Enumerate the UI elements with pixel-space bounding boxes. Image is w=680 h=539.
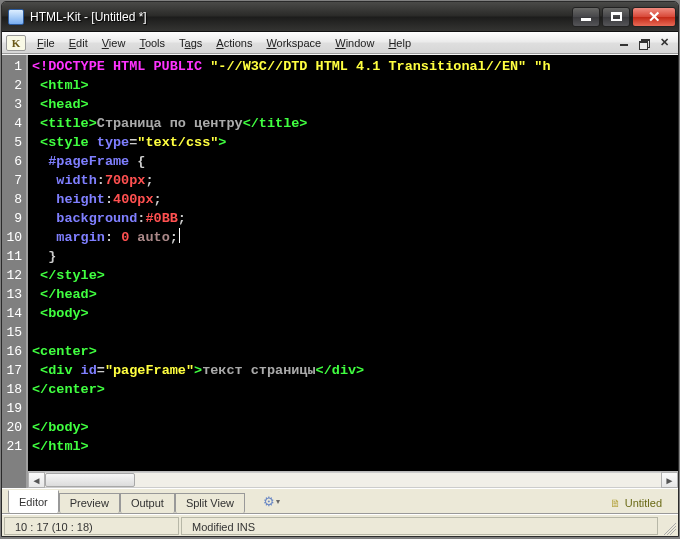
tab-output[interactable]: Output xyxy=(120,493,175,513)
menu-tags[interactable]: Tags xyxy=(172,34,209,52)
line-number: 17 xyxy=(2,361,26,380)
line-number: 7 xyxy=(2,171,26,190)
mdi-minimize-button[interactable] xyxy=(614,35,634,51)
line-number: 20 xyxy=(2,418,26,437)
line-number: 9 xyxy=(2,209,26,228)
scroll-left-button[interactable]: ◄ xyxy=(28,472,45,488)
close-button[interactable]: ✕ xyxy=(632,7,676,27)
mdi-restore-button[interactable] xyxy=(634,35,654,51)
titlebar[interactable]: HTML-Kit - [Untitled *] ✕ xyxy=(2,2,678,32)
scroll-track[interactable] xyxy=(45,472,661,488)
app-menu-icon[interactable]: K xyxy=(6,35,26,51)
editor-area: 1 2 3 4 5 6 7 8 9 10 11 12 13 14 15 16 1… xyxy=(2,54,678,488)
menu-edit[interactable]: Edit xyxy=(62,34,95,52)
text-caret xyxy=(179,228,180,243)
menu-view[interactable]: View xyxy=(95,34,133,52)
tab-options-button[interactable]: ⚙ ▾ xyxy=(263,494,280,509)
minimize-button[interactable] xyxy=(572,7,600,27)
line-number: 2 xyxy=(2,76,26,95)
line-number: 16 xyxy=(2,342,26,361)
view-tabbar: Editor Preview Output Split View ⚙ ▾ 🗎 U… xyxy=(2,488,678,514)
line-number-gutter: 1 2 3 4 5 6 7 8 9 10 11 12 13 14 15 16 1… xyxy=(2,55,28,488)
line-number: 18 xyxy=(2,380,26,399)
menu-tools[interactable]: Tools xyxy=(132,34,172,52)
window-title: HTML-Kit - [Untitled *] xyxy=(30,10,147,24)
menubar: K File Edit View Tools Tags Actions Work… xyxy=(2,32,678,54)
status-mode: Modified INS xyxy=(181,517,658,535)
line-number: 10 xyxy=(2,228,26,247)
line-number: 14 xyxy=(2,304,26,323)
app-window: HTML-Kit - [Untitled *] ✕ K File Edit Vi… xyxy=(1,1,679,537)
window-controls: ✕ xyxy=(572,7,676,27)
scroll-thumb[interactable] xyxy=(45,473,135,487)
menu-file[interactable]: File xyxy=(30,34,62,52)
menu-workspace[interactable]: Workspace xyxy=(259,34,328,52)
app-icon xyxy=(8,9,24,25)
document-name: Untitled xyxy=(625,497,662,509)
line-number: 3 xyxy=(2,95,26,114)
maximize-button[interactable] xyxy=(602,7,630,27)
resize-grip-icon[interactable] xyxy=(660,519,676,535)
line-number: 11 xyxy=(2,247,26,266)
line-number: 6 xyxy=(2,152,26,171)
tab-preview[interactable]: Preview xyxy=(59,493,120,513)
horizontal-scrollbar[interactable]: ◄ ► xyxy=(28,471,678,488)
mdi-close-button[interactable]: ✕ xyxy=(654,35,674,51)
line-number: 5 xyxy=(2,133,26,152)
line-number: 8 xyxy=(2,190,26,209)
menu-window[interactable]: Window xyxy=(328,34,381,52)
document-icon: 🗎 xyxy=(610,497,621,509)
chevron-down-icon: ▾ xyxy=(276,497,280,506)
line-number: 12 xyxy=(2,266,26,285)
gear-icon: ⚙ xyxy=(263,494,275,509)
line-number: 1 xyxy=(2,57,26,76)
status-cursor-pos: 10 : 17 (10 : 18) xyxy=(4,517,179,535)
line-number: 13 xyxy=(2,285,26,304)
menu-actions[interactable]: Actions xyxy=(209,34,259,52)
document-tag[interactable]: 🗎 Untitled xyxy=(610,497,662,509)
tab-editor[interactable]: Editor xyxy=(8,490,59,513)
tab-split-view[interactable]: Split View xyxy=(175,493,245,513)
code-editor[interactable]: <!DOCTYPE HTML PUBLIC "-//W3C//DTD HTML … xyxy=(28,55,678,471)
code-editor-wrap: <!DOCTYPE HTML PUBLIC "-//W3C//DTD HTML … xyxy=(28,55,678,488)
line-number: 19 xyxy=(2,399,26,418)
line-number: 21 xyxy=(2,437,26,456)
statusbar: 10 : 17 (10 : 18) Modified INS xyxy=(2,514,678,536)
line-number: 15 xyxy=(2,323,26,342)
menu-help[interactable]: Help xyxy=(381,34,418,52)
scroll-right-button[interactable]: ► xyxy=(661,472,678,488)
close-icon: ✕ xyxy=(648,9,661,24)
line-number: 4 xyxy=(2,114,26,133)
